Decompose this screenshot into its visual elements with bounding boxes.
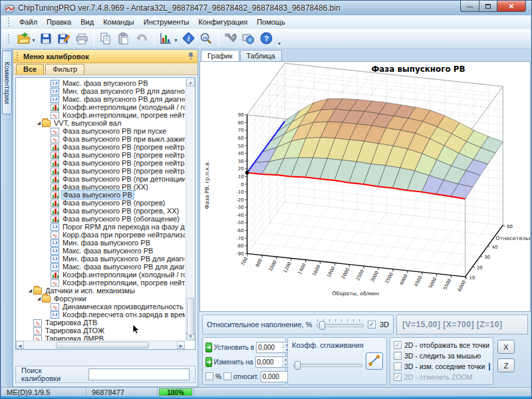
tree-item[interactable]: ∿Фаза выпускного РВ при пуске bbox=[16, 127, 185, 135]
tree-item[interactable]: ∿Тарировка ДТОЖ bbox=[16, 327, 185, 334]
menu-item-5[interactable]: Конфигурация bbox=[194, 17, 252, 27]
open-dropdown-icon[interactable]: ▼ bbox=[31, 38, 36, 43]
tree-hscroll-thumb[interactable] bbox=[56, 342, 149, 348]
tree-item[interactable]: Фаза выпускного РВ (прогрев нейтрализато… bbox=[16, 143, 185, 151]
tree-item[interactable]: ∿Фаза выпускного РВ при выкл.зажигания bbox=[16, 135, 185, 143]
internet-button[interactable] bbox=[239, 30, 257, 47]
tree-item[interactable]: 1.2Макс. фаза выпускного РВ bbox=[16, 247, 185, 255]
relative-checkbox[interactable]: ✓ bbox=[223, 372, 231, 380]
z-axis-button[interactable]: Z bbox=[497, 358, 515, 372]
scroll-up-icon[interactable]: ▲ bbox=[186, 78, 195, 86]
tree-item[interactable]: 1.2Макс. фаза впускного РВ bbox=[16, 79, 185, 87]
tree-item[interactable]: Коэфф.интерполяции (холодный / горячий ) bbox=[16, 103, 185, 111]
slider-thumb[interactable] bbox=[319, 321, 325, 330]
pin-icon[interactable] bbox=[188, 52, 194, 61]
menu-item-0[interactable]: Файл bbox=[15, 17, 42, 27]
tree-item[interactable]: 1.2Макс. фаза впускного РВ для диагности… bbox=[16, 95, 185, 103]
open-file-button[interactable] bbox=[15, 30, 33, 47]
chart-area[interactable]: -90-80-70-60-50-40-30-20-100102030405060… bbox=[200, 61, 531, 312]
menu-item-1[interactable]: Правка bbox=[42, 17, 76, 27]
2d-all-points-checkbox[interactable]: ✓ bbox=[394, 341, 402, 349]
relative-label: относит. bbox=[233, 373, 259, 380]
tree-item[interactable]: 1.2Коэфф.пересчета отн.заряда в время вп… bbox=[16, 311, 185, 319]
tree-item[interactable]: ∿Коэфф.интерполяции, прогрев нейтр. (хол… bbox=[16, 111, 185, 119]
tree-vertical-scrollbar[interactable]: ▲ ▼ bbox=[186, 78, 195, 340]
surface-chart[interactable]: -90-80-70-60-50-40-30-20-100102030405060… bbox=[200, 62, 530, 311]
menu-item-4[interactable]: Инструменты bbox=[139, 17, 194, 27]
slider-thumb[interactable] bbox=[295, 361, 301, 370]
print-button[interactable] bbox=[73, 30, 91, 47]
3d-checkbox[interactable]: ✓ bbox=[368, 321, 376, 329]
chart-view-button[interactable] bbox=[157, 30, 175, 47]
maximize-button[interactable] bbox=[479, 1, 497, 12]
expand-icon[interactable]: ◢ bbox=[36, 119, 42, 127]
tree-folder[interactable]: ◢Форсунки bbox=[16, 295, 185, 303]
tree-item[interactable]: Фаза выпускного РВ (прогрев нейтрал., ХХ… bbox=[16, 167, 185, 175]
tree-item[interactable]: 1.2Мин. фаза впускного РВ для диагностик… bbox=[16, 87, 185, 95]
minimize-button[interactable]: — bbox=[460, 1, 479, 12]
table-icon: 1.2 bbox=[51, 311, 59, 319]
undo-button[interactable] bbox=[133, 30, 151, 47]
tree-vscroll-thumb[interactable] bbox=[187, 298, 194, 335]
change-by-spinner[interactable]: 0,000▲▼ bbox=[255, 356, 290, 368]
tree-item[interactable]: Фаза выпускного РВ (прогрев нейтрал., хо… bbox=[16, 151, 185, 159]
set-to-button[interactable]: ➜ bbox=[205, 342, 212, 352]
set-to-spinner[interactable]: 0,000▲▼ bbox=[256, 342, 291, 353]
search-input[interactable] bbox=[88, 368, 190, 380]
save-button[interactable] bbox=[37, 30, 55, 47]
tree-item[interactable]: 1.2Порог RPM для перехода на фазу для ре… bbox=[16, 223, 185, 231]
info-button[interactable]: i bbox=[180, 30, 198, 47]
3d-follow-mouse-checkbox[interactable]: ✓ bbox=[394, 352, 402, 360]
calibration-panel-header[interactable]: Меню калибровок bbox=[13, 50, 198, 63]
tree-item[interactable]: Коэфф.интерполяции (холодный / горячий ) bbox=[16, 271, 185, 279]
tree-item[interactable]: ∿Тарировка ДТВ bbox=[16, 319, 185, 327]
tree-item[interactable]: Фаза выпускного РВ (прогрев, ХХ) bbox=[16, 207, 185, 215]
scroll-left-icon[interactable]: ◀ bbox=[16, 341, 24, 349]
x-axis-button[interactable]: X bbox=[497, 340, 515, 354]
toolbar-overflow-icon[interactable]: ▾ bbox=[278, 41, 281, 48]
close-button[interactable]: ✕ bbox=[497, 1, 526, 12]
paste-button[interactable] bbox=[115, 30, 133, 47]
tree-item[interactable]: ∿Корр.фаза при прогреве нейтрализатора bbox=[16, 231, 185, 239]
comments-tab[interactable]: Комментарии bbox=[2, 51, 12, 114]
tab-chart[interactable]: График bbox=[201, 50, 239, 61]
tools-button[interactable] bbox=[221, 30, 239, 47]
expand-icon[interactable]: ◢ bbox=[36, 295, 42, 303]
tree-item[interactable]: Фаза выпускного РВ bbox=[16, 191, 185, 199]
tree-item[interactable]: Фаза выпускного РВ (прогрев нейтрал., ХХ… bbox=[16, 159, 185, 167]
help-button[interactable]: ? bbox=[257, 30, 275, 47]
chart-dropdown-icon[interactable]: ▼ bbox=[174, 38, 178, 43]
menu-item-3[interactable]: Команды bbox=[98, 17, 139, 27]
load-slider[interactable] bbox=[316, 319, 363, 330]
zoom-values-button[interactable]: 10 bbox=[198, 30, 215, 47]
tree-folder[interactable]: ◢VVT, выпускной вал bbox=[16, 119, 185, 127]
grid-icon[interactable] bbox=[489, 363, 490, 370]
tab-filter[interactable]: Фильтр bbox=[45, 64, 84, 74]
tree-item[interactable]: 1.2Мин. фаза выпускного РВ для диагности… bbox=[16, 255, 185, 263]
tree-folder[interactable]: ◢Датчики и исп. механизмы bbox=[16, 287, 185, 295]
smoothing-apply-button[interactable] bbox=[366, 352, 383, 370]
tree-item[interactable]: Фаза выпускного РВ (при детонации) bbox=[16, 175, 185, 183]
save-as-button[interactable] bbox=[55, 30, 73, 47]
tree-item[interactable]: Фаза выпускного РВ (обогащение) bbox=[16, 215, 185, 223]
change-by-button[interactable]: ➜ bbox=[205, 357, 212, 367]
3d-adjacent-points-checkbox[interactable]: ✓ bbox=[394, 362, 402, 370]
tree-item[interactable]: 1.2Мин. фаза выпускного РВ bbox=[16, 239, 185, 247]
menu-item-6[interactable]: Помощь bbox=[252, 17, 290, 27]
percent-checkbox[interactable]: ✓ bbox=[205, 372, 213, 380]
tree-item[interactable]: ∿Тарировка ДМРВ bbox=[16, 334, 185, 340]
slider-track[interactable] bbox=[293, 364, 362, 367]
tree-item[interactable]: Фаза выпускного РВ (прогрев) bbox=[16, 199, 185, 207]
tab-all[interactable]: Все bbox=[16, 64, 44, 74]
title-bar[interactable]: ChipTuningPRO ver.7.4.8.969 - Antara32L_… bbox=[1, 1, 531, 15]
expand-icon[interactable]: ◢ bbox=[27, 287, 33, 295]
copy-button[interactable] bbox=[97, 30, 115, 47]
tree-horizontal-scrollbar[interactable]: ◀ ▶ bbox=[16, 340, 185, 349]
tree-item[interactable]: ∿Динамическая производительность bbox=[16, 303, 185, 311]
tree-item[interactable]: ∿Коэфф.интерполяции, прогрев нейтр. (хол… bbox=[16, 279, 185, 287]
menu-item-2[interactable]: Вид bbox=[76, 17, 98, 27]
smoothing-slider[interactable] bbox=[293, 359, 362, 370]
scroll-right-icon[interactable]: ▶ bbox=[177, 341, 185, 349]
tree-item[interactable]: 1.2Макс. фаза выпускного РВ для диагност… bbox=[16, 263, 185, 271]
tab-table[interactable]: Таблица bbox=[240, 50, 282, 61]
